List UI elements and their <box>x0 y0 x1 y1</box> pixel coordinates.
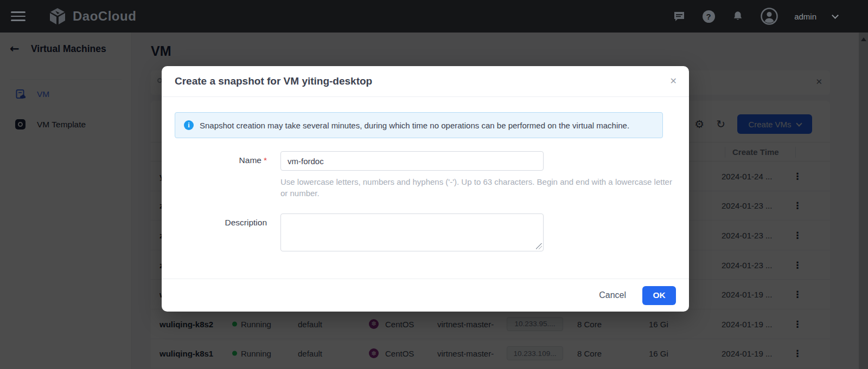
brand-logo[interactable]: DaoCloud <box>48 7 136 26</box>
chevron-down-icon[interactable] <box>832 12 839 19</box>
cancel-button[interactable]: Cancel <box>599 290 626 300</box>
bell-icon[interactable] <box>731 10 744 23</box>
help-icon[interactable]: ? <box>702 10 715 23</box>
create-snapshot-modal: Create a snapshot for VM yiting-desktop … <box>162 66 689 312</box>
description-label: Description <box>162 213 267 251</box>
snapshot-info-alert: i Snapshot creation may take several min… <box>175 112 663 138</box>
top-header-bar: DaoCloud ? admin <box>0 0 868 33</box>
required-asterisk: * <box>264 156 267 165</box>
description-textarea[interactable] <box>280 213 544 251</box>
alert-text: Snapshot creation may take several minut… <box>200 121 629 130</box>
name-input[interactable] <box>280 151 544 171</box>
modal-title: Create a snapshot for VM yiting-desktop <box>175 75 372 87</box>
menu-icon[interactable] <box>11 11 25 21</box>
brand-name: DaoCloud <box>73 9 136 24</box>
chat-icon[interactable] <box>673 10 686 23</box>
ok-button[interactable]: OK <box>642 286 676 305</box>
name-label: Name* <box>162 151 267 199</box>
username-label[interactable]: admin <box>794 12 816 21</box>
app-root: DaoCloud ? admin ← Virtual Machines <box>0 0 868 369</box>
info-icon: i <box>184 120 194 130</box>
name-help-text: Use lowercase letters, numbers and hyphe… <box>280 176 674 199</box>
daocloud-cube-icon <box>48 7 67 26</box>
avatar[interactable] <box>761 8 778 25</box>
close-icon[interactable]: ✕ <box>670 76 677 86</box>
